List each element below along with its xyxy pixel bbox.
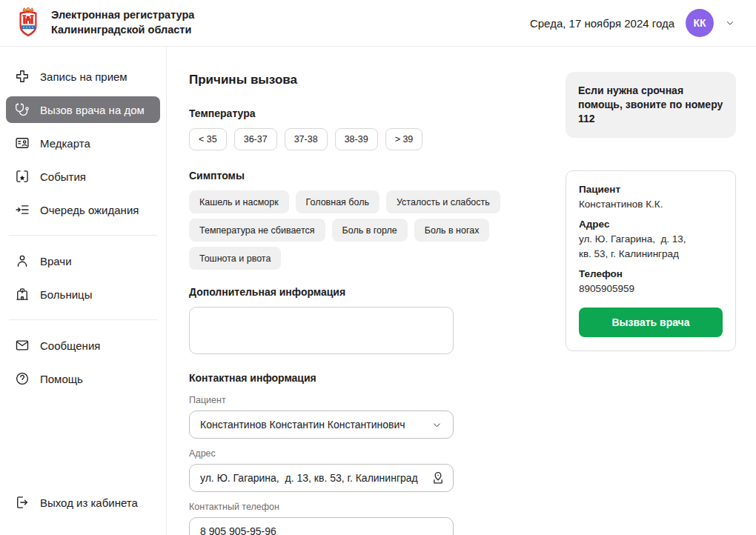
question-circle-icon: [14, 370, 30, 387]
calendar-star-icon: [14, 168, 30, 185]
address-field-label: Адрес: [189, 448, 756, 459]
sidebar-item-help[interactable]: Помощь: [6, 365, 160, 392]
logout-icon: [14, 494, 30, 511]
sidebar-item-events[interactable]: События: [6, 163, 160, 190]
sidebar-item-doctors[interactable]: Врачи: [6, 247, 160, 274]
patient-select-value: Константинов Константин Константинович: [200, 419, 405, 431]
sidebar-item-doctor-home-call[interactable]: Вызов врача на дом: [6, 96, 160, 123]
sidebar-item-label: Выход из кабинета: [40, 496, 138, 509]
profile-menu-chevron-down-icon[interactable]: [725, 18, 735, 28]
sidebar-item-hospitals[interactable]: Больницы: [6, 281, 160, 308]
card-patient-label: Пациент: [579, 184, 723, 195]
app-title-line1: Электронная регистратура: [51, 8, 194, 23]
symptom-chip[interactable]: Тошнота и рвота: [189, 247, 281, 270]
symptom-chip[interactable]: Боль в ногах: [414, 219, 490, 242]
envelope-icon: [14, 337, 30, 353]
sidebar-item-label: Помощь: [40, 373, 83, 385]
header: Электронная регистратура Калининградской…: [0, 0, 756, 47]
current-date: Среда, 17 ноября 2024 года: [530, 17, 674, 30]
sidebar-item-label: Вызов врача на дом: [40, 104, 145, 116]
sidebar-item-label: Больницы: [40, 288, 92, 301]
emergency-notice: Если нужна срочная помощь, звоните по но…: [566, 72, 736, 138]
card-address-line2: кв. 53, г. Калининград: [579, 248, 679, 259]
kaliningrad-coat-of-arms-logo: [13, 6, 43, 40]
address-input[interactable]: [189, 464, 454, 492]
queue-list-icon: [14, 202, 30, 218]
main-content: Причины вызова Температура < 3536-3737-3…: [167, 47, 756, 535]
symptoms-chips: Кашель и насморкГоловная больУсталость и…: [189, 190, 537, 270]
app-title-line2: Калининградской области: [51, 23, 194, 38]
card-address-line1: ул. Ю. Гагарина, д. 13,: [579, 233, 686, 245]
contact-info-label: Контактная информация: [189, 372, 756, 384]
additional-info-textarea[interactable]: [189, 307, 454, 354]
medical-cross-icon: [14, 68, 30, 84]
sidebar-item-label: Врачи: [40, 255, 72, 268]
card-phone-label: Телефон: [579, 268, 723, 279]
symptom-chip[interactable]: Кашель и насморк: [189, 190, 289, 213]
app-title: Электронная регистратура Калининградской…: [51, 8, 194, 37]
patient-summary-card: Пациент Константинов К.К. Адрес ул. Ю. Г…: [566, 170, 736, 351]
sidebar-item-medcard[interactable]: Медкарта: [6, 130, 160, 156]
sidebar-item-label: Сообщения: [40, 339, 100, 352]
call-doctor-button[interactable]: Вызвать врача: [579, 308, 723, 337]
card-address-value: ул. Ю. Гагарина, д. 13,кв. 53, г. Калини…: [579, 232, 723, 261]
sidebar-item-label: События: [40, 170, 86, 183]
symptom-chip[interactable]: Боль в горле: [332, 219, 408, 242]
patient-field-label: Пациент: [189, 395, 756, 405]
sidebar-item-label: Запись на прием: [40, 70, 127, 83]
phone-field-label: Контактный телефон: [189, 502, 756, 512]
id-card-icon: [14, 135, 30, 151]
patient-select[interactable]: Константинов Константин Константинович: [189, 411, 454, 439]
sidebar-item-appointment[interactable]: Запись на прием: [6, 63, 160, 90]
sidebar-divider: [9, 235, 157, 236]
card-phone-value: 8905905959: [579, 282, 723, 296]
card-patient-value: Константинов К.К.: [579, 197, 723, 212]
sidebar-item-messages[interactable]: Сообщения: [6, 332, 160, 359]
temperature-chip[interactable]: < 35: [189, 128, 227, 150]
card-address-label: Адрес: [579, 219, 723, 230]
avatar[interactable]: КК: [686, 9, 714, 37]
sidebar-divider: [9, 319, 157, 320]
right-panel: Если нужна срочная помощь, звоните по но…: [566, 72, 736, 351]
chevron-down-icon: [431, 419, 442, 431]
symptom-chip[interactable]: Головная боль: [296, 190, 379, 213]
symptom-chip[interactable]: Усталость и слабость: [386, 190, 500, 213]
sidebar: Запись на прием Вызов врача на дом: [0, 47, 167, 535]
temperature-chip[interactable]: 36-37: [234, 128, 277, 150]
temperature-chip[interactable]: 37-38: [285, 128, 328, 150]
phone-input[interactable]: [189, 517, 454, 535]
sidebar-item-label: Медкарта: [40, 137, 90, 150]
temperature-chip[interactable]: > 39: [385, 128, 423, 150]
hospital-icon: [14, 286, 30, 302]
sidebar-item-waiting-queue[interactable]: Очередь ожидания: [6, 196, 160, 223]
map-pin-icon[interactable]: [431, 471, 445, 485]
stethoscope-icon: [14, 102, 30, 118]
person-icon: [14, 253, 30, 269]
sidebar-item-label: Очередь ожидания: [40, 204, 139, 216]
symptom-chip[interactable]: Температура не сбивается: [189, 219, 325, 242]
sidebar-item-logout[interactable]: Выход из кабинета: [6, 489, 160, 516]
temperature-chip[interactable]: 38-39: [335, 128, 378, 150]
